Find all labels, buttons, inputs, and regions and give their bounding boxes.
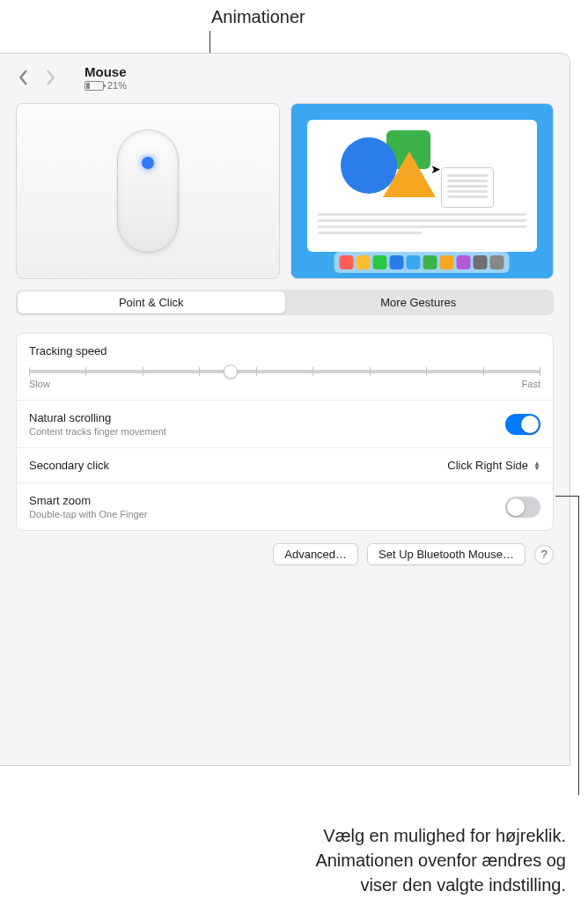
tab-point-click[interactable]: Point & Click	[18, 291, 285, 313]
row-secondary-click: Secondary click Click Right Side ▲▼	[17, 448, 553, 483]
dock-app-icon	[423, 255, 437, 269]
desktop-preview-panel: ➤	[290, 103, 555, 279]
dock-app-icon	[407, 255, 421, 269]
natural-scrolling-sub: Content tracks finger movement	[29, 426, 166, 437]
smart-zoom-sub: Double-tap with One Finger	[29, 509, 148, 519]
natural-scrolling-label: Natural scrolling	[29, 411, 166, 424]
mouse-animation-panel	[16, 103, 280, 279]
context-menu-preview	[441, 167, 494, 208]
dock-app-icon	[490, 255, 504, 269]
dock-app-icon	[340, 255, 354, 269]
secondary-click-select[interactable]: Click Right Side ▲▼	[447, 459, 540, 472]
dock-app-icon	[390, 255, 404, 269]
back-button[interactable]	[18, 71, 30, 84]
window-header: Mouse 21%	[0, 54, 570, 94]
orange-triangle-shape	[383, 151, 436, 197]
advanced-button[interactable]: Advanced…	[273, 543, 358, 565]
settings-list: Tracking speed Slow Fast Natural scrolli…	[16, 333, 554, 531]
annotation-top-label: Animationer	[211, 7, 305, 27]
battery-percent: 21%	[107, 80, 127, 91]
help-button[interactable]: ?	[534, 545, 554, 564]
tabs: Point & Click More Gestures	[16, 290, 554, 315]
preview-app-window: ➤	[307, 120, 538, 252]
dock-app-icon	[356, 255, 371, 269]
preview-text-lines	[318, 213, 527, 234]
preview-dock	[334, 252, 510, 273]
smart-zoom-toggle[interactable]	[505, 497, 540, 518]
title-area: Mouse 21%	[85, 64, 127, 91]
natural-scrolling-toggle[interactable]	[505, 414, 540, 435]
chevron-updown-icon: ▲▼	[533, 461, 540, 470]
bottom-buttons: Advanced… Set Up Bluetooth Mouse… ?	[0, 531, 570, 578]
battery-status: 21%	[85, 80, 127, 91]
tracking-speed-label: Tracking speed	[29, 344, 540, 357]
annotation-bottom-label: Vælg en mulighed for højreklik. Animatio…	[315, 823, 566, 897]
tracking-speed-slider[interactable]: Slow Fast	[29, 363, 540, 389]
row-smart-zoom: Smart zoom Double-tap with One Finger	[17, 483, 553, 530]
preview-row: ➤	[0, 94, 570, 279]
nav-buttons	[18, 71, 56, 84]
slider-fast-label: Fast	[522, 379, 540, 389]
slider-thumb[interactable]	[224, 365, 238, 379]
annotation-leader-line	[555, 496, 578, 497]
dock-app-icon	[457, 255, 471, 269]
tab-more-gestures[interactable]: More Gestures	[285, 291, 553, 313]
row-natural-scrolling: Natural scrolling Content tracks finger …	[17, 401, 553, 448]
battery-icon	[85, 81, 104, 91]
mouse-touch-indicator	[142, 157, 154, 169]
annotation-leader-line	[578, 496, 579, 795]
secondary-click-value: Click Right Side	[447, 459, 528, 472]
mouse-illustration	[117, 129, 179, 253]
secondary-click-label: Secondary click	[29, 459, 109, 472]
forward-button[interactable]	[44, 71, 56, 84]
smart-zoom-label: Smart zoom	[29, 494, 148, 507]
dock-app-icon	[440, 255, 454, 269]
cursor-icon: ➤	[430, 162, 441, 176]
system-settings-window: Mouse 21% ➤	[0, 53, 570, 766]
dock-app-icon	[474, 255, 488, 269]
setup-bluetooth-button[interactable]: Set Up Bluetooth Mouse…	[367, 543, 526, 565]
row-tracking-speed: Tracking speed Slow Fast	[17, 334, 553, 401]
slider-slow-label: Slow	[29, 379, 50, 389]
dock-app-icon	[373, 255, 387, 269]
page-title: Mouse	[85, 64, 127, 79]
